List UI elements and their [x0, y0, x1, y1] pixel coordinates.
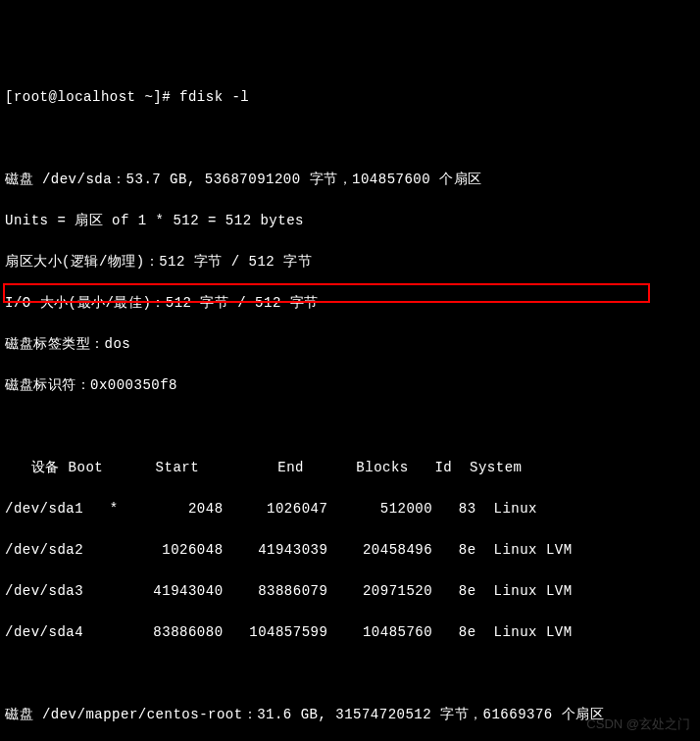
- blank-line: [5, 664, 695, 684]
- disk-sda-sector: 扇区大小(逻辑/物理)：512 字节 / 512 字节: [5, 252, 695, 272]
- disk-sda-label: 磁盘标签类型：dos: [5, 334, 695, 355]
- disk-sda-info: 磁盘 /dev/sda：53.7 GB, 53687091200 字节，1048…: [5, 170, 695, 190]
- disk-sda-units: Units = 扇区 of 1 * 512 = 512 bytes: [5, 211, 695, 231]
- disk-sda-id: 磁盘标识符：0x000350f8: [5, 375, 695, 396]
- partition-row-sda3: /dev/sda3 41943040 83886079 20971520 8e …: [5, 581, 695, 602]
- blank-line: [5, 417, 695, 437]
- partition-row-sda2: /dev/sda2 1026048 41943039 20458496 8e L…: [5, 540, 695, 561]
- disk-sda-io: I/O 大小(最小/最佳)：512 字节 / 512 字节: [5, 293, 695, 314]
- partition-row-sda1: /dev/sda1 * 2048 1026047 512000 83 Linux: [5, 499, 695, 519]
- partition-row-sda4: /dev/sda4 83886080 104857599 10485760 8e…: [5, 622, 695, 643]
- blank-line: [5, 128, 695, 149]
- watermark: CSDN @玄处之门: [586, 715, 690, 734]
- partition-header: 设备 Boot Start End Blocks Id System: [5, 458, 695, 478]
- command-prompt[interactable]: [root@localhost ~]# fdisk -l: [5, 87, 695, 108]
